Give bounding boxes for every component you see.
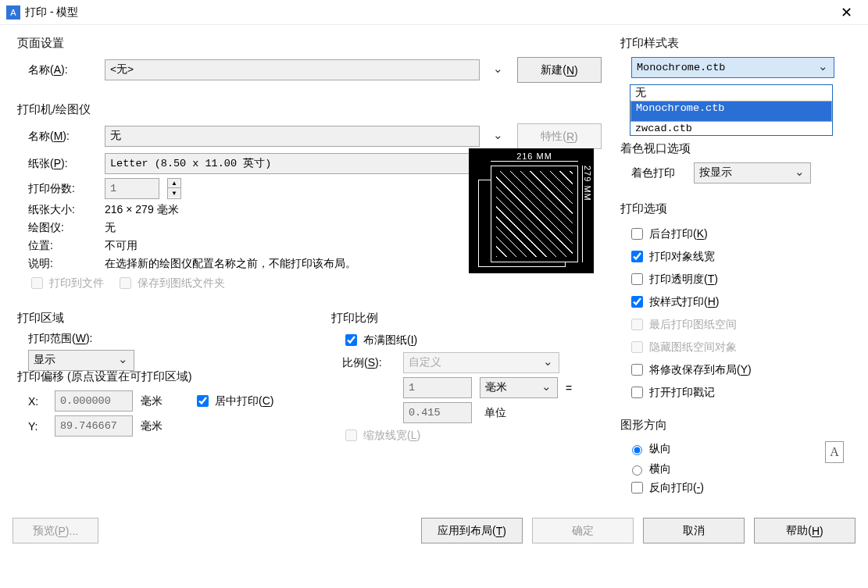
label-printer-name: 名称(M): bbox=[28, 130, 97, 144]
group-offset: 打印偏移 (原点设置在可打印区域) X: 毫米 居中打印(C) Y: 毫米 bbox=[13, 365, 317, 448]
value-where: 不可用 bbox=[105, 239, 138, 253]
group-title-style: 打印样式表 bbox=[620, 34, 847, 52]
input-offset-x bbox=[55, 390, 133, 412]
check-upside-down[interactable]: 反向打印(-) bbox=[628, 479, 704, 496]
group-title-printer: 打印机/绘图仪 bbox=[17, 101, 602, 119]
preview-button: 预览(P)... bbox=[13, 518, 98, 543]
check-center-plot[interactable]: 居中打印(C) bbox=[194, 393, 273, 409]
check-lineweights[interactable]: 打印对象线宽 bbox=[628, 248, 715, 265]
group-page-setup: 页面设置 名称(A): <无> 新建(N) bbox=[13, 31, 606, 94]
orientation-icon: A bbox=[825, 441, 844, 463]
paper-preview: 216 MM 279 MM bbox=[469, 148, 594, 273]
group-orientation: 图形方向 纵向 横向 反向打印(-) A bbox=[616, 413, 852, 504]
label-y: Y: bbox=[28, 420, 47, 433]
select-shade-plot[interactable]: 按显示 bbox=[694, 162, 811, 184]
select-scale-unit[interactable]: 毫米 bbox=[480, 377, 558, 398]
group-title-page-setup: 页面设置 bbox=[17, 34, 602, 52]
input-scale-num bbox=[403, 377, 472, 398]
properties-button: 特性(R) bbox=[517, 123, 602, 149]
app-icon: A bbox=[6, 5, 20, 20]
dropdown-item-monochrome[interactable]: Monochrome.ctb bbox=[630, 101, 832, 122]
close-icon[interactable]: ✕ bbox=[830, 0, 862, 25]
group-style: 打印样式表 Monochrome.ctb 无 Monochrome.ctb zw… bbox=[616, 31, 852, 90]
check-plot-by-style[interactable]: 按样式打印(H) bbox=[628, 294, 719, 310]
group-printer: 打印机/绘图仪 名称(M): 无 特性(R) 纸张(P): Letter (8.… bbox=[13, 98, 606, 303]
group-title-orientation: 图形方向 bbox=[620, 416, 847, 434]
group-scale: 打印比例 布满图纸(I) 比例(S): 自定义 毫米 = bbox=[327, 306, 606, 455]
apply-to-layout-button[interactable]: 应用到布局(T) bbox=[421, 518, 523, 543]
check-plot-stamp[interactable]: 打开打印戳记 bbox=[628, 384, 715, 401]
label-scale: 比例(S): bbox=[342, 356, 395, 370]
label-plotter: 绘图仪: bbox=[28, 221, 97, 235]
check-save-changes[interactable]: 将修改保存到布局(Y) bbox=[628, 362, 752, 378]
window-title: 打印 - 模型 bbox=[25, 5, 830, 20]
select-plot-area[interactable]: 显示 bbox=[28, 350, 134, 371]
value-desc: 在选择新的绘图仪配置名称之前，不能打印该布局。 bbox=[105, 257, 356, 271]
select-pageset-name[interactable]: <无> bbox=[105, 59, 480, 80]
label-scale-den-unit: 单位 bbox=[480, 406, 558, 420]
label-x-unit: 毫米 bbox=[141, 394, 163, 408]
group-shade: 着色视口选项 着色打印 按显示 bbox=[616, 137, 852, 195]
input-scale-den bbox=[403, 402, 472, 423]
select-scale: 自定义 bbox=[403, 352, 559, 373]
preview-dim-height: 279 MM bbox=[583, 166, 592, 258]
group-title-shade: 着色视口选项 bbox=[620, 140, 847, 158]
group-options: 打印选项 后台打印(K) 打印对象线宽 打印透明度(T) 按样式打印(H) 最后… bbox=[616, 197, 852, 412]
input-offset-y bbox=[55, 415, 133, 437]
select-plot-style[interactable]: Monochrome.ctb bbox=[631, 57, 834, 78]
check-paperspace-last: 最后打印图纸空间 bbox=[628, 316, 737, 333]
check-scale-lineweight: 缩放线宽(L) bbox=[342, 427, 420, 444]
dropdown-plot-style-list[interactable]: 无 Monochrome.ctb zwcad.ctb bbox=[630, 84, 833, 136]
label-pageset-name: 名称(A): bbox=[28, 63, 97, 77]
select-printer-name[interactable]: 无 bbox=[105, 126, 480, 147]
cancel-button[interactable]: 取消 bbox=[643, 518, 745, 543]
label-what-to-plot: 打印范围(W): bbox=[28, 332, 92, 346]
dropdown-item-none[interactable]: 无 bbox=[630, 85, 832, 101]
check-hide-paperspace: 隐藏图纸空间对象 bbox=[628, 339, 737, 355]
label-y-unit: 毫米 bbox=[141, 419, 163, 433]
select-paper[interactable]: Letter (8.50 x 11.00 英寸) bbox=[105, 153, 480, 174]
label-copies: 打印份数: bbox=[28, 182, 97, 196]
preview-dim-width: 216 MM bbox=[491, 151, 578, 161]
ok-button: 确定 bbox=[532, 518, 634, 543]
copies-spinner[interactable]: ▲▼ bbox=[167, 178, 181, 199]
value-paper-size: 216 × 279 毫米 bbox=[105, 203, 179, 217]
input-copies bbox=[105, 178, 159, 199]
label-where: 位置: bbox=[28, 239, 97, 253]
label-desc: 说明: bbox=[28, 257, 97, 271]
check-background[interactable]: 后台打印(K) bbox=[628, 226, 708, 242]
radio-landscape[interactable]: 横向 bbox=[628, 462, 671, 476]
radio-portrait[interactable]: 纵向 bbox=[628, 442, 671, 456]
label-paper-size: 纸张大小: bbox=[28, 203, 97, 217]
label-shade: 着色打印 bbox=[631, 166, 686, 180]
label-x: X: bbox=[28, 395, 47, 408]
check-save-to-folder: 保存到图纸文件夹 bbox=[116, 275, 225, 291]
check-fit-to-paper[interactable]: 布满图纸(I) bbox=[342, 332, 417, 348]
check-print-to-file: 打印到文件 bbox=[28, 275, 104, 291]
group-title-area: 打印区域 bbox=[17, 309, 313, 327]
value-plotter: 无 bbox=[105, 221, 116, 235]
label-paper: 纸张(P): bbox=[28, 157, 97, 171]
group-title-options: 打印选项 bbox=[620, 200, 847, 218]
check-transparency[interactable]: 打印透明度(T) bbox=[628, 271, 718, 287]
help-button[interactable]: 帮助(H) bbox=[754, 518, 855, 543]
dropdown-item-zwcad[interactable]: zwcad.ctb bbox=[630, 122, 832, 135]
label-eq: = bbox=[566, 382, 572, 394]
new-button[interactable]: 新建(N) bbox=[517, 57, 602, 83]
group-title-scale: 打印比例 bbox=[331, 309, 602, 327]
